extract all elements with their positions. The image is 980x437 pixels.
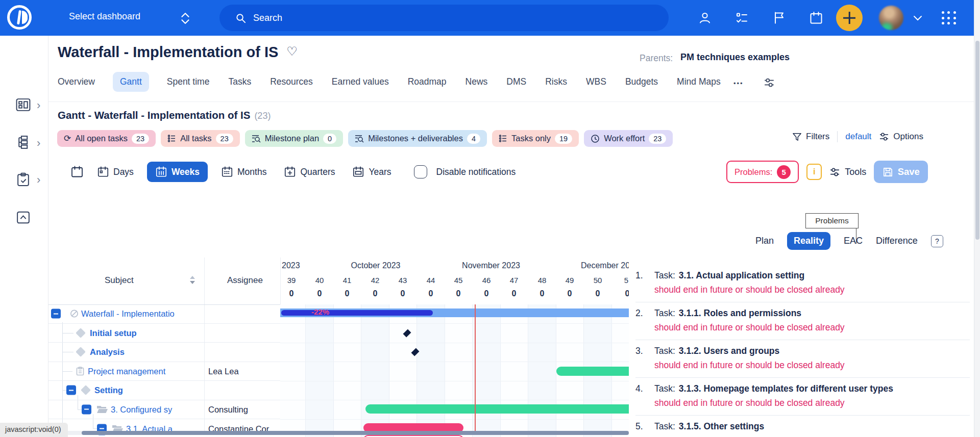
search-input[interactable]: Search bbox=[219, 5, 669, 31]
parents-link[interactable]: PM techniques examples bbox=[680, 52, 790, 63]
scale-quarters-button[interactable]: Quarters bbox=[280, 162, 339, 182]
milestone-initial-setup[interactable] bbox=[403, 329, 411, 338]
tab-gantt[interactable]: Gantt bbox=[113, 72, 149, 92]
chevron-right-icon[interactable]: › bbox=[37, 100, 40, 111]
chip-all-open-tasks[interactable]: All open tasks23 bbox=[57, 130, 156, 147]
collapse-minus-icon[interactable] bbox=[66, 385, 76, 395]
effort-value: 0 bbox=[625, 289, 629, 298]
dashboard-icon[interactable] bbox=[15, 97, 31, 113]
problem-task-link[interactable]: 3.1.5. Other settings bbox=[679, 421, 764, 432]
tab-dms[interactable]: DMS bbox=[505, 72, 527, 92]
gantt-chart[interactable]: -22% bbox=[280, 304, 629, 437]
page-scrollbar-thumb[interactable] bbox=[975, 41, 979, 240]
view-plan[interactable]: Plan bbox=[755, 236, 774, 246]
tab-roadmap[interactable]: Roadmap bbox=[407, 72, 448, 92]
table-row[interactable]: Waterfall - Implementatio bbox=[48, 304, 280, 324]
subject-column-header[interactable]: Subject bbox=[105, 275, 134, 286]
chevron-right-icon[interactable]: › bbox=[37, 174, 40, 186]
add-button[interactable] bbox=[836, 5, 863, 31]
subject-link[interactable]: 3. Configured sy bbox=[111, 404, 172, 414]
chip-tasks-only[interactable]: Tasks only19 bbox=[492, 130, 579, 147]
subject-link[interactable]: Analysis bbox=[90, 347, 125, 357]
chip-milestone-plan[interactable]: Milestone plan0 bbox=[245, 130, 343, 147]
effort-value: 0 bbox=[568, 289, 572, 298]
tab-settings-icon[interactable] bbox=[764, 77, 775, 88]
project-progress-label: -22% bbox=[311, 307, 329, 316]
assignee-column-header[interactable]: Assignee bbox=[227, 275, 263, 286]
subject-link[interactable]: Initial setup bbox=[90, 328, 137, 338]
chip-milestones-deliverables[interactable]: Milestones + deliverables4 bbox=[348, 130, 487, 147]
table-row[interactable]: Setting bbox=[48, 381, 280, 400]
chip-work-effort[interactable]: Work effort23 bbox=[584, 130, 673, 147]
chevron-right-icon[interactable]: › bbox=[37, 138, 40, 149]
tools-button[interactable]: Tools bbox=[829, 167, 866, 177]
calendar-icon[interactable] bbox=[70, 165, 84, 178]
collapse-minus-icon[interactable] bbox=[51, 309, 61, 319]
avatar[interactable] bbox=[879, 6, 903, 30]
filters-button[interactable]: Filters bbox=[792, 132, 829, 142]
problem-task-link[interactable]: 3.1. Actual application setting bbox=[679, 270, 804, 281]
default-filter-link[interactable]: default bbox=[845, 132, 871, 142]
user-icon[interactable] bbox=[698, 11, 712, 25]
problems-button[interactable]: Problems: 5 bbox=[726, 161, 799, 183]
help-icon[interactable] bbox=[931, 235, 943, 247]
app-logo-icon[interactable] bbox=[7, 5, 32, 30]
dashboard-selector[interactable]: Select dashboard bbox=[69, 11, 140, 22]
chip-all-tasks[interactable]: All tasks23 bbox=[161, 130, 240, 147]
task-list-icon[interactable] bbox=[735, 11, 749, 25]
task-bar-project-management[interactable] bbox=[556, 367, 629, 376]
options-button[interactable]: Options bbox=[879, 132, 923, 142]
view-reality[interactable]: Reality bbox=[787, 232, 830, 250]
scale-weeks-button[interactable]: Weeks bbox=[147, 162, 208, 182]
tab-wbs[interactable]: WBS bbox=[585, 72, 607, 92]
scale-months-button[interactable]: Months bbox=[217, 162, 271, 182]
sort-desc-icon[interactable] bbox=[190, 281, 195, 284]
tab-resources[interactable]: Resources bbox=[269, 72, 314, 92]
page-scrollbar[interactable] bbox=[974, 0, 980, 437]
calendar-icon[interactable] bbox=[809, 11, 823, 25]
more-tabs-icon[interactable] bbox=[733, 75, 744, 89]
save-button[interactable]: Save bbox=[874, 161, 928, 183]
problem-task-link[interactable]: 3.1.2. Users and groups bbox=[679, 346, 779, 356]
task-bar-configured-system[interactable] bbox=[365, 404, 629, 414]
disable-notifications-checkbox[interactable] bbox=[414, 165, 427, 178]
chevron-down-icon[interactable] bbox=[913, 15, 923, 22]
subject-link[interactable]: Project management bbox=[88, 366, 165, 376]
scale-days-button[interactable]: Days bbox=[93, 162, 138, 182]
problem-task-link[interactable]: 3.1.3. Homepage templates for different … bbox=[679, 383, 893, 394]
tab-budgets[interactable]: Budgets bbox=[624, 72, 659, 92]
problem-task-link[interactable]: 3.1.1. Roles and permissions bbox=[679, 308, 801, 319]
favorite-heart-icon[interactable] bbox=[286, 44, 298, 58]
table-row[interactable]: Initial setup bbox=[48, 324, 280, 343]
apps-grid-icon[interactable] bbox=[942, 11, 957, 25]
table-row[interactable]: Project management Lea Lea bbox=[48, 362, 280, 381]
tab-mind-maps[interactable]: Mind Maps bbox=[676, 72, 722, 92]
tab-tasks[interactable]: Tasks bbox=[227, 72, 252, 92]
collapse-minus-icon[interactable] bbox=[82, 404, 91, 414]
subject-link[interactable]: Waterfall - Implementatio bbox=[81, 309, 175, 319]
table-row[interactable]: Analysis bbox=[48, 343, 280, 362]
clipboard-check-icon[interactable] bbox=[15, 171, 31, 187]
info-icon[interactable] bbox=[806, 164, 822, 180]
flag-icon[interactable] bbox=[772, 11, 787, 25]
view-eac[interactable]: EAC bbox=[844, 236, 863, 246]
subject-link[interactable]: Setting bbox=[94, 385, 123, 395]
project-tree-icon[interactable] bbox=[15, 135, 31, 150]
collapse-box-icon[interactable] bbox=[15, 210, 31, 225]
tab-risks[interactable]: Risks bbox=[544, 72, 568, 92]
week-number: 46 bbox=[482, 276, 491, 285]
problems-panel: 1.Task:3.1. Actual application setting s… bbox=[635, 258, 970, 437]
gantt-actions: Problems: 5 Tools Save bbox=[726, 160, 928, 184]
scale-years-button[interactable]: Years bbox=[348, 162, 395, 182]
gantt-scrollbar-thumb[interactable] bbox=[82, 431, 629, 435]
chevron-up-down-icon[interactable] bbox=[180, 12, 191, 24]
view-difference[interactable]: Difference bbox=[876, 236, 918, 246]
table-row[interactable]: 3. Configured sy Consulting bbox=[48, 400, 280, 420]
tab-news[interactable]: News bbox=[464, 72, 489, 92]
gantt-horizontal-scrollbar[interactable] bbox=[48, 431, 629, 435]
tab-earned-values[interactable]: Earned values bbox=[331, 72, 390, 92]
tab-overview[interactable]: Overview bbox=[57, 72, 96, 92]
tab-spent-time[interactable]: Spent time bbox=[166, 72, 211, 92]
week-number: 42 bbox=[371, 276, 380, 285]
sort-asc-icon[interactable] bbox=[190, 276, 195, 279]
